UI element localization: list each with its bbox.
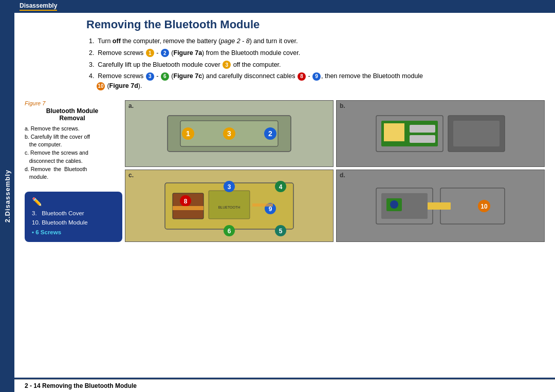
svg-text:10: 10 — [480, 203, 488, 210]
svg-text:8: 8 — [184, 198, 188, 205]
svg-text:3: 3 — [228, 183, 231, 191]
content-area: Removing the Bluetooth Module 1. Turn of… — [14, 13, 555, 378]
svg-text:5: 5 — [279, 228, 283, 235]
header-title: Disassembly — [20, 2, 57, 11]
instruction-4: 4. Remove screws 3 - 6 (Figure 7c) and c… — [86, 71, 545, 91]
svg-text:9: 9 — [269, 206, 272, 213]
footer-text: 2 - 14 Removing the Bluetooth Module — [14, 379, 555, 392]
figures-grid: a. 1 3 2 — [125, 100, 545, 242]
figure-a: a. 1 3 2 — [125, 100, 334, 167]
svg-text:3: 3 — [227, 129, 231, 138]
svg-point-36 — [390, 200, 398, 209]
svg-text:2: 2 — [268, 129, 272, 138]
figure-b-svg — [337, 105, 544, 162]
main-content: Disassembly Removing the Bluetooth Modul… — [14, 0, 555, 392]
svg-text:BLUETOOTH: BLUETOOTH — [218, 206, 240, 209]
figure-a-label: a. — [128, 102, 134, 109]
figure-d-svg: 10 — [337, 175, 544, 237]
figure-title: Bluetooth ModuleRemoval — [25, 107, 120, 122]
sidebar-label: 2.Disassembly — [4, 170, 11, 222]
figure-d-label: d. — [340, 172, 345, 179]
svg-rect-12 — [410, 135, 435, 143]
figures-section: Figure 7 Bluetooth ModuleRemoval a. Remo… — [25, 100, 545, 242]
svg-text:1: 1 — [186, 129, 190, 138]
instruction-1: 1. Turn off the computer, remove the bat… — [86, 36, 545, 46]
figure-c-label: c. — [128, 172, 134, 179]
figure-descriptions: a. Remove the screws. b. Carefully lift … — [25, 125, 120, 181]
figure-c-svg: BLUETOOTH 3 4 6 5 8 9 — [125, 175, 333, 237]
figure-a-svg: 1 3 2 — [125, 105, 333, 162]
figure-d: d. 10 — [336, 170, 545, 242]
svg-rect-31 — [173, 206, 203, 210]
svg-text:4: 4 — [279, 183, 283, 191]
figure-b: b. — [336, 100, 545, 167]
svg-rect-11 — [410, 125, 435, 133]
figure-left-panel: Figure 7 Bluetooth ModuleRemoval a. Remo… — [25, 100, 120, 242]
sidebar: 2.Disassembly — [0, 0, 14, 392]
svg-rect-17 — [209, 191, 250, 219]
svg-rect-32 — [252, 203, 273, 207]
svg-rect-10 — [384, 123, 404, 141]
note-icon: ✏️ — [32, 197, 115, 207]
svg-rect-38 — [428, 202, 451, 210]
header-bar: Disassembly — [14, 0, 555, 13]
svg-rect-14 — [453, 121, 499, 146]
figure-caption: Figure 7 — [25, 100, 120, 106]
note-box: ✏️ 3. Bluetooth Cover 10. Bluetooth Modu… — [25, 192, 122, 242]
instruction-3: 3. Carefully lift up the Bluetooth modul… — [86, 60, 545, 70]
page-title: Removing the Bluetooth Module — [25, 18, 545, 31]
instruction-2: 2. Remove screws 1 - 2 (Figure 7a) from … — [86, 48, 545, 58]
note-text: 3. Bluetooth Cover 10. Bluetooth Module … — [32, 209, 115, 237]
figure-b-label: b. — [340, 102, 345, 109]
figure-c: c. BLUETOOTH 3 4 — [125, 170, 334, 242]
instructions-list: 1. Turn off the computer, remove the bat… — [25, 36, 545, 93]
svg-text:6: 6 — [228, 228, 231, 235]
